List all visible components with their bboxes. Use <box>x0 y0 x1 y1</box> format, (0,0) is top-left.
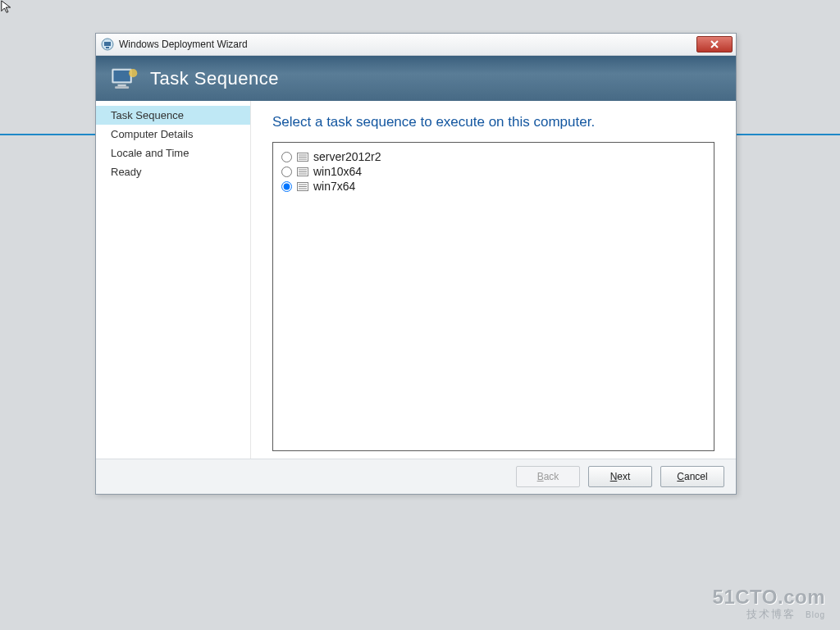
wizard-footer: Back Next Cancel <box>96 459 736 494</box>
cancel-button[interactable]: Cancel <box>660 466 724 487</box>
header-title: Task Sequence <box>150 68 279 89</box>
sidebar-item-locale-and-time[interactable]: Locale and Time <box>96 144 250 162</box>
cursor-icon <box>0 0 15 15</box>
sidebar-item-label: Locale and Time <box>111 147 189 159</box>
svg-rect-5 <box>118 84 126 86</box>
watermark: 51CTO.com 技术博客 Blog <box>713 586 825 622</box>
task-option-radio[interactable] <box>281 167 292 177</box>
watermark-line1: 51CTO.com <box>713 586 825 609</box>
window-title: Windows Deployment Wizard <box>119 39 248 50</box>
svg-rect-1 <box>104 42 111 46</box>
task-option-server2012r2[interactable]: server2012r2 <box>281 149 705 164</box>
titlebar[interactable]: Windows Deployment Wizard <box>96 34 736 56</box>
back-button: Back <box>516 466 580 487</box>
close-icon <box>710 40 719 48</box>
task-sequence-icon <box>297 153 308 162</box>
sidebar-item-label: Ready <box>111 166 142 178</box>
task-option-label: win7x64 <box>313 180 355 193</box>
sidebar: Task SequenceComputer DetailsLocale and … <box>96 101 251 459</box>
svg-rect-6 <box>115 86 129 89</box>
watermark-line2: 技术博客 Blog <box>713 607 825 622</box>
task-option-radio[interactable] <box>281 181 292 192</box>
svg-point-7 <box>129 69 137 77</box>
wizard-dialog: Windows Deployment Wizard Task Sequence … <box>95 33 737 495</box>
sidebar-item-computer-details[interactable]: Computer Details <box>96 125 250 144</box>
content-heading: Select a task sequence to execute on thi… <box>272 114 714 130</box>
close-button[interactable] <box>696 36 733 52</box>
app-icon <box>101 38 114 51</box>
task-option-win7x64[interactable]: win7x64 <box>281 179 705 194</box>
computer-icon <box>111 66 139 91</box>
svg-rect-2 <box>106 47 109 48</box>
task-sequence-icon <box>297 182 308 191</box>
task-option-win10x64[interactable]: win10x64 <box>281 164 705 179</box>
sidebar-item-ready[interactable]: Ready <box>96 162 250 181</box>
task-option-radio[interactable] <box>281 152 292 162</box>
wizard-body: Task SequenceComputer DetailsLocale and … <box>96 101 736 459</box>
task-sequence-list[interactable]: server2012r2win10x64win7x64 <box>272 142 714 451</box>
sidebar-item-task-sequence[interactable]: Task Sequence <box>96 106 250 125</box>
content-pane: Select a task sequence to execute on thi… <box>251 101 736 459</box>
sidebar-item-label: Task Sequence <box>111 109 184 121</box>
svg-rect-4 <box>113 70 130 81</box>
next-button[interactable]: Next <box>588 466 652 487</box>
sidebar-item-label: Computer Details <box>111 128 193 140</box>
task-option-label: server2012r2 <box>313 150 381 163</box>
task-sequence-icon <box>297 167 308 176</box>
wizard-header: Task Sequence <box>96 56 736 102</box>
task-option-label: win10x64 <box>313 165 362 178</box>
